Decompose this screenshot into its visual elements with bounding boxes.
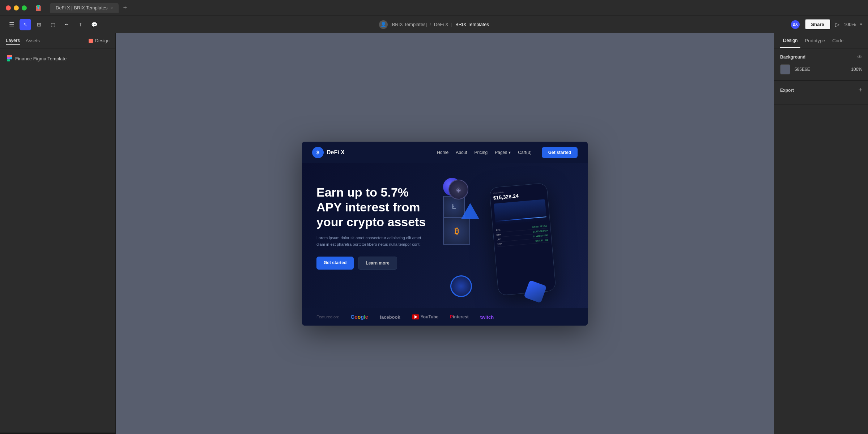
- website-logo: $ DeFi X: [312, 147, 345, 158]
- nav-link-pages[interactable]: Pages ▾: [495, 150, 511, 155]
- tab-bar: DeFi X | BRIX Templates × +: [50, 3, 130, 13]
- text-icon: T: [79, 22, 82, 27]
- panel-resize-handle[interactable]: [0, 433, 115, 434]
- chevron-down-icon: ▾: [509, 150, 511, 155]
- logo-icon: $: [312, 147, 324, 158]
- panel-content: Finance Figma Template: [0, 48, 115, 433]
- new-tab-button[interactable]: +: [120, 3, 130, 13]
- nav-link-about[interactable]: About: [456, 150, 467, 155]
- phone-screen: My portfolio $15,328.24 BTC $7,800.23 US…: [489, 183, 556, 296]
- code-tab[interactable]: Code: [829, 34, 846, 48]
- hero-section: Earn up to 5.7% APY interest from your c…: [302, 163, 588, 308]
- svg-rect-5: [7, 59, 10, 61]
- cursor-icon: ↖: [23, 22, 27, 27]
- background-color-row: 585E6E 100%: [780, 64, 862, 74]
- export-add-button[interactable]: +: [858, 86, 862, 94]
- rectangle-icon: ▢: [51, 22, 55, 27]
- hero-left: Earn up to 5.7% APY interest from your c…: [316, 178, 443, 308]
- background-section: Background 👁 585E6E 100%: [774, 48, 868, 81]
- canvas-area[interactable]: $ DeFi X Home About Pricing Pages ▾ Cart…: [116, 33, 774, 434]
- hero-title: Earn up to 5.7% APY interest from your c…: [316, 185, 436, 229]
- hero-primary-button[interactable]: Get started: [316, 257, 354, 270]
- svg-rect-2: [10, 55, 12, 57]
- collaborator-avatar: BX: [790, 20, 800, 30]
- right-panel-tabs: Design Prototype Code: [774, 33, 868, 48]
- featured-label: Featured on:: [316, 315, 339, 319]
- breadcrumb-project[interactable]: DeFi X: [434, 22, 448, 27]
- frame-icon: ⊞: [37, 22, 41, 27]
- svg-point-0: [38, 7, 39, 9]
- design-tab[interactable]: Design: [780, 33, 800, 48]
- layers-tab[interactable]: Layers: [6, 36, 20, 45]
- share-button[interactable]: Share: [805, 19, 831, 30]
- export-section-header: Export +: [780, 86, 862, 94]
- hamburger-menu-button[interactable]: ☰: [6, 19, 17, 30]
- figma-icon: [34, 4, 43, 12]
- hamburger-icon: ☰: [9, 21, 14, 28]
- text-tool-button[interactable]: T: [75, 19, 86, 30]
- nav-links: Home About Pricing Pages ▾ Cart(3) Get s…: [437, 147, 578, 158]
- close-button[interactable]: [6, 5, 11, 10]
- hero-description: Lorem ipsum dolor sit amet consectetur a…: [316, 235, 425, 248]
- shape-tool-button[interactable]: ▢: [47, 19, 59, 30]
- tab-title: DeFi X | BRIX Templates: [56, 5, 107, 10]
- left-panel: Layers Assets Design Finance Figm: [0, 33, 116, 434]
- user-avatar-small: 👤: [379, 20, 388, 29]
- breadcrumb-team[interactable]: [BRIX Templates]: [391, 22, 427, 27]
- panel-tabs: Layers Assets Design: [0, 33, 115, 48]
- brand-pinterest: Pinterest: [450, 314, 468, 319]
- hero-secondary-button[interactable]: Learn more: [358, 257, 397, 270]
- chart-line: [495, 216, 546, 222]
- hero-right: ◈ My portfolio $15,328.24: [443, 178, 573, 308]
- nav-cta-button[interactable]: Get started: [542, 147, 578, 158]
- breadcrumb-file: BRIX Templates: [455, 22, 489, 27]
- design-tab-label: Design: [95, 38, 110, 43]
- background-title: Background: [780, 55, 805, 60]
- brand-twitch: twitch: [480, 314, 494, 320]
- color-hex-value[interactable]: 585E6E: [795, 67, 847, 72]
- maximize-button[interactable]: [22, 5, 27, 10]
- bitcoin-decoration: ₿: [443, 218, 470, 245]
- layer-item[interactable]: Finance Figma Template: [4, 53, 111, 65]
- zoom-level[interactable]: 100%: [844, 22, 856, 27]
- svg-rect-3: [7, 57, 10, 59]
- title-bar: DeFi X | BRIX Templates × +: [0, 0, 868, 16]
- svg-point-4: [10, 57, 12, 60]
- export-section: Export +: [774, 81, 868, 104]
- logo-symbol: $: [316, 150, 319, 155]
- right-panel: Design Prototype Code Background 👁 585E6…: [774, 33, 868, 434]
- prototype-tab[interactable]: Prototype: [802, 34, 828, 48]
- frame-tool-button[interactable]: ⊞: [33, 19, 45, 30]
- youtube-icon: [412, 314, 419, 319]
- tab-close-button[interactable]: ×: [110, 6, 112, 10]
- toolbar-right: BX Share ▷ 100% ▾: [790, 19, 862, 30]
- assets-tab[interactable]: Assets: [26, 36, 40, 45]
- design-panel-tab[interactable]: Design: [89, 36, 110, 45]
- comment-icon: 💬: [91, 22, 97, 27]
- select-tool-button[interactable]: ↖: [20, 19, 31, 30]
- opacity-value[interactable]: 100%: [851, 67, 862, 72]
- main-layout: Layers Assets Design Finance Figm: [0, 33, 868, 434]
- present-button[interactable]: ▷: [835, 21, 839, 28]
- portfolio-chart: [494, 199, 547, 225]
- color-swatch[interactable]: [780, 64, 790, 74]
- logo-text: DeFi X: [327, 149, 345, 156]
- zoom-dropdown-icon[interactable]: ▾: [860, 22, 862, 27]
- brand-facebook: facebook: [380, 314, 400, 320]
- nav-link-pricing[interactable]: Pricing: [475, 150, 488, 155]
- nav-link-home[interactable]: Home: [437, 150, 448, 155]
- phone-mockup: My portfolio $15,328.24 BTC $7,800.23 US…: [489, 183, 556, 296]
- background-section-header: Background 👁: [780, 54, 862, 60]
- toolbar: ☰ ↖ ⊞ ▢ ✒ T 💬 👤 [BRIX Templates] / DeFi …: [0, 16, 868, 33]
- nav-link-cart[interactable]: Cart(3): [518, 150, 531, 155]
- active-tab[interactable]: DeFi X | BRIX Templates ×: [50, 3, 119, 13]
- breadcrumb: 👤 [BRIX Templates] / DeFi X | BRIX Templ…: [379, 20, 489, 29]
- pen-tool-button[interactable]: ✒: [61, 19, 72, 30]
- webpage-nav: $ DeFi X Home About Pricing Pages ▾ Cart…: [302, 142, 588, 163]
- minimize-button[interactable]: [14, 5, 19, 10]
- traffic-lights: [6, 5, 27, 10]
- spiral-decoration: [450, 275, 472, 297]
- design-icon: [89, 39, 93, 43]
- visibility-toggle[interactable]: 👁: [857, 54, 862, 60]
- comment-tool-button[interactable]: 💬: [88, 19, 100, 30]
